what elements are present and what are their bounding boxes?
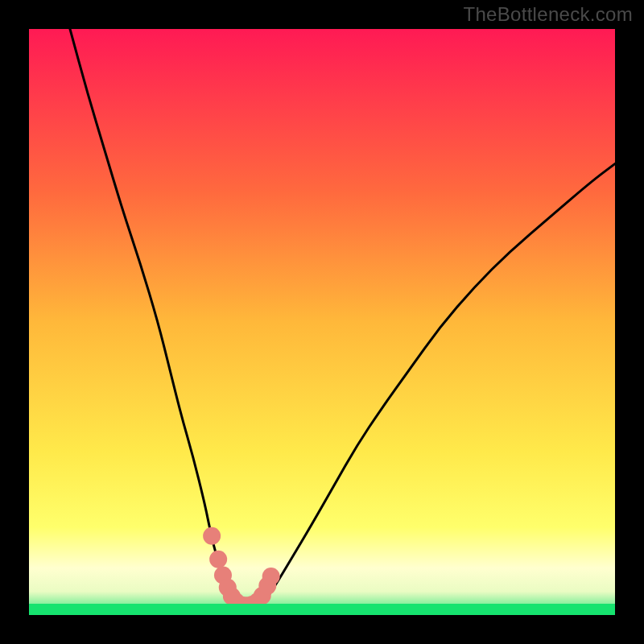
plot-area	[29, 29, 615, 615]
watermark-text: TheBottleneck.com	[463, 3, 633, 26]
marker-dot	[262, 568, 280, 585]
green-baseline-strip	[29, 604, 615, 615]
chart-svg	[29, 29, 615, 615]
marker-dot	[209, 551, 227, 568]
page-root: TheBottleneck.com	[0, 0, 644, 644]
marker-dot	[203, 527, 221, 545]
gradient-background	[29, 29, 615, 615]
